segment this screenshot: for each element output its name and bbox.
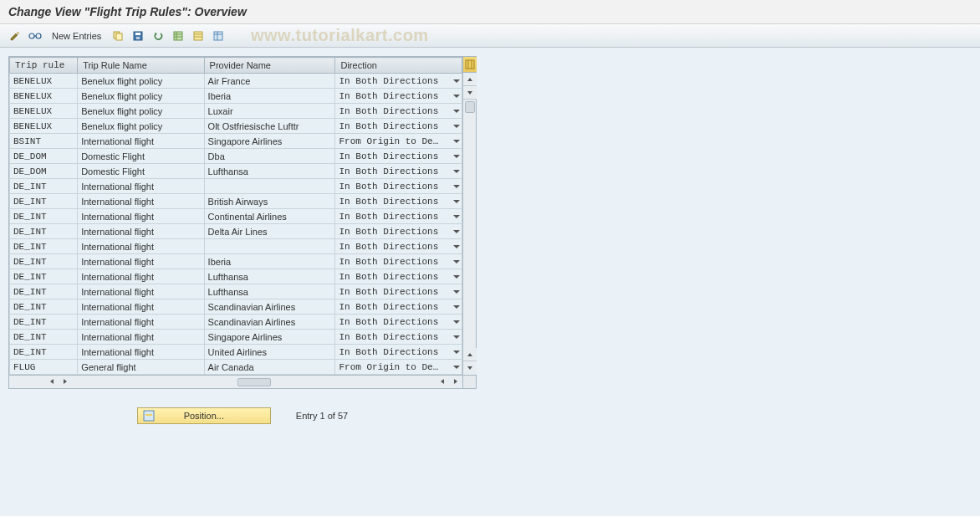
- change-icon[interactable]: [7, 28, 23, 43]
- cell-provider-name[interactable]: [204, 239, 335, 254]
- cell-provider-name[interactable]: Iberia: [204, 254, 335, 269]
- vertical-scrollbar[interactable]: [462, 57, 476, 375]
- table-row[interactable]: DE_INTInternational flightLufthansaIn Bo…: [10, 269, 462, 284]
- cell-trip-rule-name[interactable]: International flight: [78, 269, 204, 284]
- scroll-left-icon[interactable]: [45, 376, 59, 387]
- cell-trip-rule-name[interactable]: Domestic Flight: [78, 164, 204, 179]
- cell-trip-rule[interactable]: DE_INT: [10, 269, 78, 284]
- table-row[interactable]: DE_DOMDomestic FlightDbaIn Both Directio…: [10, 149, 462, 164]
- cell-trip-rule[interactable]: DE_INT: [10, 224, 78, 239]
- cell-trip-rule-name[interactable]: International flight: [78, 254, 204, 269]
- cell-provider-name[interactable]: Luxair: [204, 104, 335, 119]
- cell-trip-rule-name[interactable]: International flight: [78, 315, 204, 330]
- cell-trip-rule[interactable]: FLUG: [10, 360, 78, 375]
- scroll-right-icon[interactable]: [59, 376, 72, 387]
- cell-direction-dropdown[interactable]: In Both Directions: [335, 209, 462, 224]
- table-row[interactable]: DE_INTInternational flightIn Both Direct…: [10, 239, 462, 254]
- table-row[interactable]: DE_DOMDomestic FlightLufthansaIn Both Di…: [10, 164, 462, 179]
- table-row[interactable]: DE_INTInternational flightIberiaIn Both …: [10, 254, 462, 269]
- cell-provider-name[interactable]: Air France: [204, 74, 335, 89]
- cell-provider-name[interactable]: Scandinavian Airlines: [204, 315, 335, 330]
- table-row[interactable]: DE_INTInternational flightBritish Airway…: [10, 194, 462, 209]
- cell-trip-rule[interactable]: BENELUX: [10, 74, 78, 89]
- cell-direction-dropdown[interactable]: In Both Directions: [335, 299, 462, 315]
- header-provider-name[interactable]: Provider Name: [204, 58, 335, 74]
- cell-provider-name[interactable]: Continental Airlines: [204, 209, 335, 224]
- cell-trip-rule[interactable]: DE_DOM: [10, 164, 78, 179]
- table-row[interactable]: BENELUXBenelux flight policyIberiaIn Bot…: [10, 89, 462, 104]
- table-row[interactable]: DE_INTInternational flightLufthansaIn Bo…: [10, 284, 462, 299]
- cell-trip-rule-name[interactable]: General flight: [78, 360, 204, 375]
- table-row[interactable]: BENELUXBenelux flight policyLuxairIn Bot…: [10, 104, 462, 119]
- cell-trip-rule[interactable]: DE_INT: [10, 209, 78, 224]
- cell-trip-rule[interactable]: DE_INT: [10, 330, 78, 345]
- cell-trip-rule-name[interactable]: Benelux flight policy: [78, 74, 204, 89]
- cell-trip-rule[interactable]: DE_INT: [10, 299, 78, 315]
- cell-provider-name[interactable]: [204, 179, 335, 194]
- cell-trip-rule[interactable]: DE_INT: [10, 194, 78, 209]
- cell-trip-rule-name[interactable]: International flight: [78, 224, 204, 239]
- scroll-track[interactable]: [463, 100, 476, 348]
- header-direction[interactable]: Direction: [335, 58, 462, 74]
- cell-direction-dropdown[interactable]: From Origin to De…: [335, 134, 462, 149]
- save-icon[interactable]: [130, 28, 146, 43]
- copy-icon[interactable]: [110, 28, 126, 43]
- cell-trip-rule[interactable]: BENELUX: [10, 119, 78, 134]
- cell-direction-dropdown[interactable]: In Both Directions: [335, 345, 462, 360]
- cell-trip-rule[interactable]: BENELUX: [10, 89, 78, 104]
- cell-trip-rule[interactable]: DE_INT: [10, 284, 78, 299]
- scroll-up2-icon[interactable]: [463, 348, 477, 361]
- scroll-thumb[interactable]: [465, 101, 475, 113]
- cell-trip-rule[interactable]: DE_INT: [10, 239, 78, 254]
- cell-provider-name[interactable]: Scandinavian Airlines: [204, 299, 335, 315]
- select-all-icon[interactable]: [170, 28, 186, 43]
- cell-provider-name[interactable]: Lufthansa: [204, 269, 335, 284]
- cell-provider-name[interactable]: Lufthansa: [204, 284, 335, 299]
- scroll-down2-icon[interactable]: [463, 361, 477, 375]
- cell-direction-dropdown[interactable]: In Both Directions: [335, 284, 462, 299]
- cell-direction-dropdown[interactable]: In Both Directions: [335, 104, 462, 119]
- cell-trip-rule-name[interactable]: Benelux flight policy: [78, 119, 204, 134]
- table-row[interactable]: BENELUXBenelux flight policyOlt Ostfries…: [10, 119, 462, 134]
- glasses-icon[interactable]: [27, 28, 43, 43]
- cell-direction-dropdown[interactable]: In Both Directions: [335, 194, 462, 209]
- table-row[interactable]: DE_INTInternational flightContinental Ai…: [10, 209, 462, 224]
- header-trip-rule-name[interactable]: Trip Rule Name: [78, 58, 204, 74]
- table-row[interactable]: DE_INTInternational flightIn Both Direct…: [10, 179, 462, 194]
- cell-trip-rule[interactable]: DE_INT: [10, 254, 78, 269]
- new-entries-button[interactable]: New Entries: [47, 29, 106, 43]
- cell-trip-rule-name[interactable]: International flight: [78, 239, 204, 254]
- cell-direction-dropdown[interactable]: In Both Directions: [335, 179, 462, 194]
- cell-direction-dropdown[interactable]: In Both Directions: [335, 119, 462, 134]
- cell-direction-dropdown[interactable]: In Both Directions: [335, 315, 462, 330]
- table-row[interactable]: BSINTInternational flightSingapore Airli…: [10, 134, 462, 149]
- cell-trip-rule-name[interactable]: Benelux flight policy: [78, 104, 204, 119]
- table-row[interactable]: DE_INTInternational flightDelta Air Line…: [10, 224, 462, 239]
- cell-trip-rule[interactable]: DE_INT: [10, 345, 78, 360]
- scroll-left2-icon[interactable]: [436, 376, 449, 387]
- table-settings-icon[interactable]: [210, 28, 227, 43]
- hscroll-thumb[interactable]: [237, 378, 271, 386]
- header-trip-rule[interactable]: Trip rule: [10, 58, 78, 74]
- horizontal-scrollbar[interactable]: [8, 376, 477, 389]
- deselect-all-icon[interactable]: [190, 28, 207, 43]
- cell-provider-name[interactable]: British Airways: [204, 194, 335, 209]
- cell-trip-rule[interactable]: BENELUX: [10, 104, 78, 119]
- cell-direction-dropdown[interactable]: In Both Directions: [335, 224, 462, 239]
- configure-columns-icon[interactable]: [463, 57, 477, 73]
- cell-direction-dropdown[interactable]: In Both Directions: [335, 74, 462, 89]
- cell-direction-dropdown[interactable]: In Both Directions: [335, 149, 462, 164]
- cell-trip-rule-name[interactable]: International flight: [78, 345, 204, 360]
- cell-provider-name[interactable]: Dba: [204, 149, 335, 164]
- cell-trip-rule-name[interactable]: International flight: [78, 299, 204, 315]
- cell-provider-name[interactable]: Singapore Airlines: [204, 330, 335, 345]
- table-row[interactable]: FLUGGeneral flightAir CanadaFrom Origin …: [10, 360, 462, 375]
- cell-direction-dropdown[interactable]: From Origin to De…: [335, 360, 462, 375]
- cell-trip-rule-name[interactable]: International flight: [78, 194, 204, 209]
- cell-direction-dropdown[interactable]: In Both Directions: [335, 254, 462, 269]
- table-row[interactable]: DE_INTInternational flightScandinavian A…: [10, 315, 462, 330]
- cell-provider-name[interactable]: Olt Ostfriesische Lufttr: [204, 119, 335, 134]
- cell-trip-rule-name[interactable]: International flight: [78, 134, 204, 149]
- cell-direction-dropdown[interactable]: In Both Directions: [335, 330, 462, 345]
- cell-trip-rule[interactable]: DE_INT: [10, 179, 78, 194]
